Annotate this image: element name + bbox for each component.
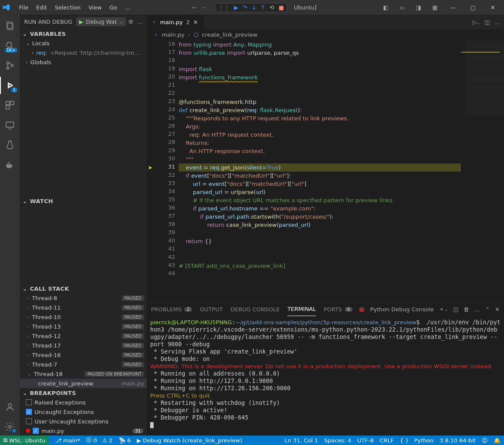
status-notifications-icon[interactable]: 🔔 (494, 437, 501, 444)
status-ports[interactable]: 📡6 (119, 437, 131, 444)
sidebar-more-icon[interactable]: … (137, 19, 142, 25)
breakpoints-header[interactable]: ⌄BREAKPOINTS (20, 388, 147, 398)
editor-more-icon[interactable]: … (494, 19, 500, 25)
breadcrumb-symbol[interactable]: create_link_preview (202, 31, 258, 38)
breadcrumbs[interactable]: ⚬ main.py › ⬡ create_link_preview (147, 29, 504, 40)
stack-frame[interactable]: create_link_previewmain.py (20, 379, 147, 388)
activity-settings[interactable] (0, 418, 20, 436)
status-encoding[interactable]: UTF-8 (357, 437, 374, 444)
code-editor[interactable]: ➤ 16171819202122232425262728293031323334… (147, 40, 504, 302)
continue-icon[interactable]: ▶ (234, 4, 238, 11)
callstack-thread[interactable]: ›Thread-17PAUSED (20, 341, 147, 350)
bp-raised-exceptions[interactable]: Raised Exceptions (20, 398, 147, 407)
bp-user-uncaught-exceptions[interactable]: User Uncaught Exceptions (20, 417, 147, 426)
callstack-header[interactable]: ⌄CALL STACK (20, 284, 147, 293)
watch-header[interactable]: ⌄WATCH (20, 196, 147, 206)
run-icon[interactable]: ▷⌄ (472, 19, 480, 25)
drag-handle-icon[interactable]: ⋮⋮ (218, 4, 230, 11)
tab-main-py[interactable]: ⚬ main.py 2 ✕ (147, 15, 204, 29)
panel-maximize-icon[interactable]: ⌃ (485, 306, 490, 313)
layout-primary-icon[interactable]: ◧ (379, 4, 393, 11)
status-remote[interactable]: ⧉WSL: Ubuntu (0, 436, 49, 445)
activity-remote[interactable] (0, 116, 20, 134)
panel-tab-terminal[interactable]: TERMINAL (287, 302, 316, 316)
callstack-thread[interactable]: ›Thread-11PAUSED (20, 303, 147, 312)
debug-toolbar[interactable]: ⋮⋮ ▶ ↷ ↓ ↑ ⟲ ■ (215, 3, 287, 12)
checkbox-icon[interactable] (26, 399, 32, 405)
checkbox-icon[interactable]: ✓ (33, 428, 39, 434)
menu-edit[interactable]: Edit (33, 3, 50, 13)
status-debug[interactable]: ▶Debug Watch (create_link_preview) (137, 437, 242, 444)
activity-testing[interactable] (0, 136, 20, 154)
panel-tab-output[interactable]: OUTPUT (200, 302, 223, 316)
minimize-button[interactable]: — (444, 1, 462, 14)
restart-icon[interactable]: ⟲ (270, 4, 274, 11)
step-into-icon[interactable]: ↓ (252, 4, 256, 11)
code-content[interactable]: from typing import Any, Mappingfrom urll… (175, 40, 461, 302)
panel-more-icon[interactable]: … (474, 306, 480, 313)
panel-tab-problems[interactable]: PROBLEMS2 (151, 302, 192, 316)
status-interpreter[interactable]: 3.8.10 64-bit (440, 437, 476, 444)
status-position[interactable]: Ln 31, Col 1 (284, 437, 318, 444)
menu-more[interactable]: … (122, 3, 134, 13)
panel-tab-debug-console[interactable]: DEBUG CONSOLE (230, 302, 280, 316)
breadcrumb-file[interactable]: main.py (162, 31, 185, 38)
nav-back-icon[interactable]: ← (192, 4, 197, 11)
debug-config-select[interactable]: ▶ Debug Wat ⌄ (76, 17, 126, 26)
minimap[interactable] (461, 40, 504, 302)
callstack-thread[interactable]: ⌄Thread-18PAUSED ON BREAKPOINT (20, 369, 147, 379)
activity-docker[interactable] (0, 156, 20, 173)
step-over-icon[interactable]: ↷ (243, 4, 247, 11)
callstack-thread[interactable]: ›Thread-8PAUSED (20, 293, 147, 303)
new-terminal-icon[interactable]: ＋⌄ (439, 305, 448, 313)
scope-globals[interactable]: ›Globals (20, 57, 147, 67)
panel-close-icon[interactable]: ✕ (495, 306, 500, 313)
bp-file-main[interactable]: ✓main.py31 (20, 426, 147, 436)
step-out-icon[interactable]: ↑ (261, 4, 265, 11)
menu-go[interactable]: Go (106, 3, 121, 13)
panel-tab-ports[interactable]: PORTS6 (324, 302, 353, 316)
menu-view[interactable]: View (85, 3, 105, 13)
layout-secondary-icon[interactable]: ◨ (412, 4, 425, 11)
nav-forward-icon[interactable]: → (201, 4, 206, 11)
status-branch[interactable]: ⎇main* (55, 437, 80, 444)
callstack-thread[interactable]: ›Thread-16PAUSED (20, 350, 147, 360)
debug-badge: 1 (11, 88, 17, 92)
layout-panel-icon[interactable]: ▭ (395, 4, 409, 11)
checkbox-icon[interactable]: ✓ (26, 409, 32, 415)
terminal-name[interactable]: Python Debug Console (370, 306, 434, 313)
menu-selection[interactable]: Selection (51, 3, 84, 13)
activity-explorer[interactable] (0, 17, 20, 34)
split-editor-icon[interactable]: ◫ (485, 19, 490, 25)
checkbox-icon[interactable] (26, 418, 32, 424)
callstack-thread[interactable]: ›Thread-12PAUSED (20, 331, 147, 341)
debug-gear-icon[interactable]: ⚙ (128, 19, 133, 25)
callstack-thread[interactable]: ›Thread-13PAUSED (20, 322, 147, 331)
status-indent[interactable]: Spaces: 4 (324, 437, 351, 444)
layout-customize-icon[interactable]: ▦ (428, 4, 442, 11)
start-debug-icon[interactable]: ▶ (79, 19, 83, 25)
activity-extensions[interactable] (0, 97, 20, 114)
close-window-button[interactable]: ✕ (484, 1, 501, 14)
activity-accounts[interactable] (0, 398, 20, 416)
activity-scm[interactable] (0, 57, 20, 74)
callstack-thread[interactable]: ›Thread-7PAUSED (20, 360, 147, 369)
status-language[interactable]: { } Python (400, 437, 434, 444)
callstack-thread[interactable]: ›Thread-10PAUSED (20, 312, 147, 322)
bp-uncaught-exceptions[interactable]: ✓Uncaught Exceptions (20, 407, 147, 417)
maximize-button[interactable]: ▢ (464, 1, 482, 14)
split-terminal-icon[interactable]: ◫ (453, 306, 458, 313)
stop-icon[interactable]: ■ (279, 4, 284, 11)
status-feedback-icon[interactable]: ☺ (482, 437, 488, 444)
activity-search[interactable]: 1K+ (0, 37, 20, 54)
status-eol[interactable]: CRLF (380, 437, 394, 444)
menu-file[interactable]: File (16, 3, 32, 13)
activity-debug[interactable]: 1 (0, 77, 20, 94)
kill-terminal-icon[interactable]: 🗑 (463, 306, 469, 313)
tab-close-icon[interactable]: ✕ (193, 19, 198, 25)
status-problems[interactable]: ⓧ0 ⚠2 (86, 436, 112, 444)
variables-header[interactable]: ⌄VARIABLES (20, 29, 147, 38)
terminal-content[interactable]: pierrick@LAPTOP-HKU5PNNG:~/git/add-ons-s… (147, 316, 504, 436)
scope-locals[interactable]: ⌄Locals (20, 38, 147, 48)
variable-req[interactable]: ›req: <Request 'http://charming-tro… (20, 48, 147, 57)
